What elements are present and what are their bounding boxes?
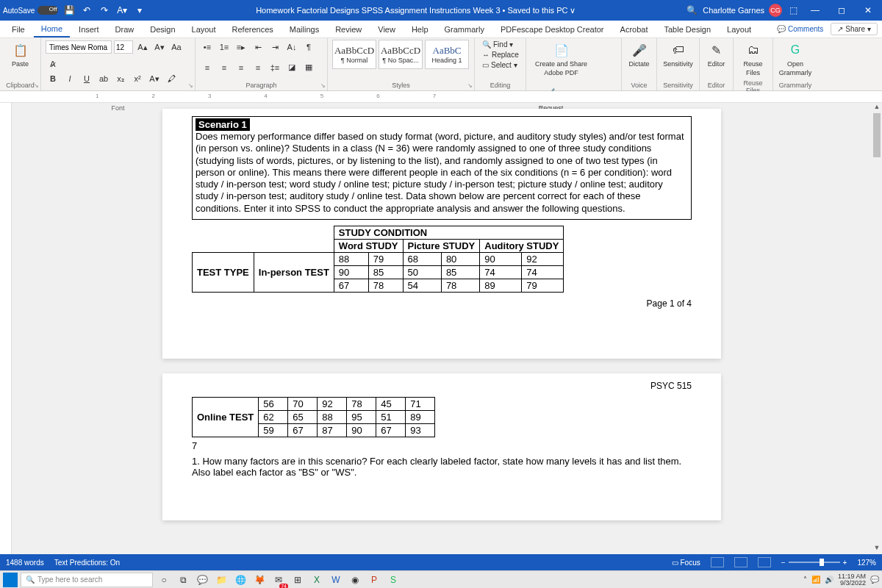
chrome-icon[interactable]: ◉ [347,573,363,587]
explorer-icon[interactable]: 📁 [213,573,229,587]
zoom-slider[interactable]: − + [781,559,847,567]
task-view-icon[interactable]: ⧉ [175,573,191,587]
superscript-button[interactable]: x² [130,71,145,86]
vertical-scrollbar[interactable]: ▲ ▼ [872,103,882,554]
style-heading1[interactable]: AaBbC Heading 1 [425,40,469,69]
show-marks-icon[interactable]: ¶ [301,40,316,54]
close-button[interactable]: ✕ [857,5,879,15]
tab-draw[interactable]: Draw [108,22,142,37]
create-pdf-button[interactable]: 📄 Create and Share Adobe PDF [531,40,592,78]
editor-button[interactable]: ✎ Editor [704,40,728,69]
dictate-button[interactable]: 🎤 Dictate [626,40,652,69]
cortana-icon[interactable]: ○ [156,573,172,587]
style-normal[interactable]: AaBbCcD ¶ Normal [332,40,376,69]
maximize-button[interactable]: ◻ [831,5,853,15]
justify-icon[interactable]: ≡ [251,60,265,75]
borders-icon[interactable]: ▦ [301,60,316,75]
bullets-icon[interactable]: •≡ [200,40,215,54]
horizontal-ruler[interactable]: 1234567 [0,91,882,103]
firefox-icon[interactable]: 🦊 [251,573,268,587]
replace-button[interactable]: ↔ Replace [479,50,521,60]
vertical-ruler[interactable] [0,103,12,554]
tab-mailings[interactable]: Mailings [282,22,326,37]
find-button[interactable]: 🔍 Find ▾ [479,40,521,49]
notifications-icon[interactable]: 💬 [870,576,879,584]
reuse-files-button[interactable]: 🗂 Reuse Files [738,40,768,78]
clear-format-icon[interactable]: A̷ [46,57,60,71]
save-icon[interactable]: 💾 [62,4,76,17]
tab-layout[interactable]: Layout [184,22,223,37]
italic-button[interactable]: I [62,71,77,86]
system-tray[interactable]: ˄ 📶 🔊 11:19 AM 9/3/2022 💬 [803,573,879,587]
qat-more-icon[interactable]: ▾ [133,4,146,17]
tab-view[interactable]: View [370,22,403,37]
paragraph-launcher-icon[interactable]: ↘ [320,82,326,89]
undo-icon[interactable]: ↶ [80,4,93,17]
comments-button[interactable]: 💬 Comments [771,24,829,35]
font-dropdown-icon[interactable]: A▾ [115,4,129,17]
user-account[interactable]: Charlotte Garnes CG [703,4,782,17]
word-count[interactable]: 1488 words [6,559,44,567]
select-button[interactable]: ▭ Select ▾ [479,60,521,70]
tab-grammarly[interactable]: Grammarly [437,22,492,37]
text-predictions-status[interactable]: Text Predictions: On [54,559,120,567]
align-center-icon[interactable]: ≡ [217,60,232,75]
shrink-font-icon[interactable]: A▾ [152,40,167,54]
focus-mode-button[interactable]: ▭ Focus [672,559,700,567]
highlight-icon[interactable]: 🖍 [164,71,179,86]
autosave-toggle[interactable]: AutoSave [3,6,58,15]
edge-icon[interactable]: 🌐 [232,573,248,587]
grammarly-button[interactable]: G Open Grammarly [778,40,813,78]
word-icon[interactable]: W [328,573,344,587]
tab-table-layout[interactable]: Layout [720,22,759,37]
style-nospacing[interactable]: AaBbCcD ¶ No Spac... [379,40,423,69]
chevron-up-icon[interactable]: ˄ [803,576,807,584]
read-mode-icon[interactable] [711,557,724,567]
tab-design[interactable]: Design [143,22,182,37]
volume-icon[interactable]: 🔊 [825,576,833,584]
tab-help[interactable]: Help [404,22,436,37]
tab-file[interactable]: File [4,22,32,37]
start-button[interactable] [3,573,18,587]
tab-pdfescape[interactable]: PDFescape Desktop Creator [493,22,612,37]
align-right-icon[interactable]: ≡ [234,60,248,75]
multilevel-icon[interactable]: ≡▸ [234,40,248,54]
font-size-input[interactable] [114,40,133,54]
scroll-up-icon[interactable]: ▲ [872,103,882,113]
search-icon[interactable]: 🔍 [685,4,698,17]
tab-insert[interactable]: Insert [71,22,107,37]
teams-icon[interactable]: 💬 [194,573,210,587]
scroll-thumb[interactable] [873,113,881,157]
document-scroll[interactable]: Scenario 1 Does memory performance diffe… [12,103,872,554]
web-layout-icon[interactable] [758,557,771,567]
change-case-icon[interactable]: Aa [169,40,184,54]
paste-button[interactable]: 📋 Paste [7,40,34,69]
font-launcher-icon[interactable]: ↘ [188,82,193,89]
document-title[interactable]: Homework Factorial Designs SPSS Assignme… [151,6,681,15]
text-effects-icon[interactable]: A▾ [147,71,162,86]
bold-button[interactable]: B [46,71,60,86]
shading-icon[interactable]: ◪ [284,60,299,75]
indent-icon[interactable]: ⇥ [268,40,282,54]
tab-references[interactable]: References [225,22,281,37]
zoom-level[interactable]: 127% [857,559,876,567]
underline-button[interactable]: U [79,71,94,86]
redo-icon[interactable]: ↷ [98,4,111,17]
wifi-icon[interactable]: 📶 [811,576,820,584]
numbering-icon[interactable]: 1≡ [217,40,232,54]
tab-table-design[interactable]: Table Design [656,22,718,37]
tab-review[interactable]: Review [328,22,369,37]
taskbar-search[interactable]: 🔍 Type here to search [21,573,153,587]
font-name-input[interactable] [46,40,112,54]
tab-acrobat[interactable]: Acrobat [613,22,656,37]
subscript-button[interactable]: x₂ [113,71,128,86]
tab-home[interactable]: Home [34,21,70,37]
sort-icon[interactable]: A↓ [284,40,299,54]
print-layout-icon[interactable] [734,557,747,567]
page-1[interactable]: Scenario 1 Does memory performance diffe… [162,109,721,359]
strike-button[interactable]: ab [96,71,111,86]
mail-icon[interactable]: ✉74 [270,573,287,587]
ribbon-display-icon[interactable]: ⬚ [786,4,800,17]
scroll-down-icon[interactable]: ▼ [872,544,882,554]
clock[interactable]: 11:19 AM 9/3/2022 [838,573,866,587]
